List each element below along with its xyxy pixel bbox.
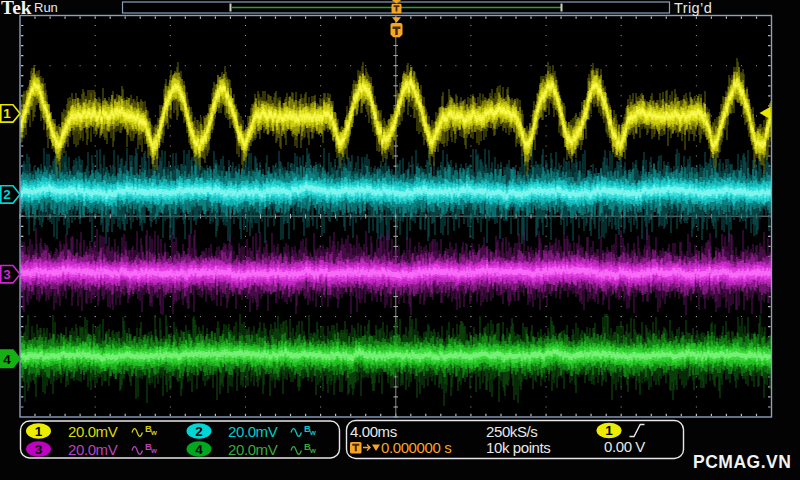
svg-text:3: 3: [35, 442, 43, 457]
svg-text:Trig’d: Trig’d: [674, 0, 712, 16]
svg-text:10k points: 10k points: [486, 439, 550, 456]
svg-text:4: 4: [195, 442, 203, 457]
svg-text:Run: Run: [34, 0, 58, 15]
svg-text:Tek: Tek: [1, 0, 32, 18]
svg-text:20.0mV: 20.0mV: [228, 423, 278, 440]
svg-text:4.00ms: 4.00ms: [350, 423, 397, 440]
svg-text:1: 1: [35, 424, 43, 439]
svg-text:250kS/s: 250kS/s: [486, 423, 537, 440]
svg-text:20.0mV: 20.0mV: [68, 423, 118, 440]
svg-text:1: 1: [3, 106, 11, 121]
svg-text:w: w: [150, 446, 157, 455]
svg-text:PCMAG.VN: PCMAG.VN: [693, 452, 791, 472]
svg-text:4: 4: [3, 352, 11, 367]
svg-text:3: 3: [3, 267, 11, 282]
svg-text:20.0mV: 20.0mV: [68, 441, 118, 458]
svg-text:20.0mV: 20.0mV: [228, 441, 278, 458]
svg-text:w: w: [309, 446, 316, 455]
svg-text:1: 1: [605, 423, 613, 438]
svg-text:2: 2: [3, 187, 11, 202]
svg-text:w: w: [309, 428, 316, 437]
svg-text:0.000000 s: 0.000000 s: [381, 439, 451, 456]
svg-text:0.00 V: 0.00 V: [604, 438, 645, 455]
svg-text:2: 2: [195, 424, 203, 439]
svg-text:w: w: [150, 428, 157, 437]
